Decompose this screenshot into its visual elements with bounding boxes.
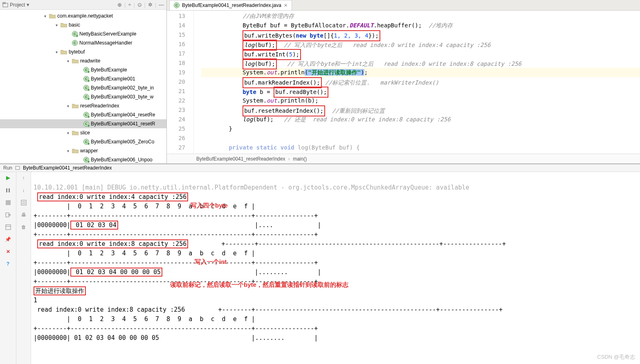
code-line[interactable]: ByteBuf buf = ByteBufAllocator.DEFAULT.h…: [201, 21, 640, 30]
close-button[interactable]: ✕: [0, 246, 16, 258]
gutter-line[interactable]: 16: [167, 40, 185, 49]
gutter-line[interactable]: 14: [167, 21, 185, 30]
code-line[interactable]: log(buf); // 写入四个byte之后 read index:0 wri…: [201, 40, 640, 49]
dropdown-icon[interactable]: ▾: [27, 2, 29, 8]
pin-button[interactable]: 📌: [0, 233, 16, 246]
tree-package[interactable]: ▾bytebuf: [0, 47, 166, 56]
tree-package[interactable]: ▾wrapper: [0, 146, 166, 155]
collapse-icon[interactable]: ÷: [128, 2, 131, 8]
chevron-down-icon[interactable]: ▾: [54, 22, 59, 27]
chevron-down-icon[interactable]: ▾: [43, 13, 47, 18]
chevron-down-icon[interactable]: ▾: [65, 148, 70, 153]
code-line[interactable]: buf.writeInt(5);: [201, 49, 640, 58]
chevron-down-icon[interactable]: ▾: [65, 130, 70, 135]
close-icon[interactable]: ✕: [284, 3, 287, 8]
tree-class[interactable]: CByteBufExample001: [0, 74, 166, 83]
rerun-button[interactable]: [0, 172, 16, 184]
code-body[interactable]: 131415161718192021222324252627 //由JVM来管理…: [167, 11, 640, 154]
tree-label: readwrite: [80, 58, 100, 64]
tree-class[interactable]: CByteBufExample002_byte_in: [0, 83, 166, 92]
class-icon: C: [83, 157, 89, 163]
tree-label: ByteBufExample: [91, 67, 127, 73]
gutter-line[interactable]: 25: [167, 124, 185, 134]
gutter-line[interactable]: 20: [167, 77, 185, 87]
folder-icon: [72, 58, 79, 63]
tree-package[interactable]: ▾com.example.nettypacket: [0, 11, 166, 20]
gear-icon[interactable]: ✲: [148, 2, 153, 8]
code-line[interactable]: buf.writeBytes(new byte[]{1, 2, 3, 4});: [201, 30, 640, 40]
tree-label: wrapper: [80, 148, 98, 154]
tree-package[interactable]: ▾resetReaderIndex: [0, 101, 166, 110]
code-line[interactable]: log(buf); // 写入四个byte和一个int之后 read index…: [201, 58, 640, 68]
code-line[interactable]: [201, 134, 640, 143]
console-line: 开始进行读取操作: [34, 286, 86, 295]
wrap-button[interactable]: [16, 197, 31, 209]
tree-label: ByteBufExample001: [91, 76, 135, 82]
console-line: read index:0 write index:8 capacity :256…: [37, 306, 503, 313]
code-line[interactable]: log(buf); // 还是 read index:0 write index…: [201, 115, 640, 124]
code-lines[interactable]: //由JVM来管理内存 ByteBuf buf = ByteBufAllocat…: [201, 11, 640, 154]
code-line[interactable]: byte b = buf.readByte();: [201, 87, 640, 96]
chevron-down-icon[interactable]: ▾: [65, 58, 70, 63]
tree-label: ByteBufExample005_ZeroCo: [91, 139, 154, 145]
tree-package[interactable]: ▾slice: [0, 128, 166, 137]
run-toolbar-right: ↑ ↓ 🖶 🗑: [16, 172, 31, 364]
code-line[interactable]: System.out.println(b);: [201, 96, 640, 105]
gutter-line[interactable]: 23: [167, 105, 185, 115]
gutter-line[interactable]: 19: [167, 68, 185, 77]
gutter-line[interactable]: 24: [167, 115, 185, 124]
tree-class[interactable]: CByteBufExample004_resetRe: [0, 110, 166, 119]
code-line[interactable]: private static void log(ByteBuf buf) {: [201, 143, 640, 152]
tree-class[interactable]: CByteBufExample: [0, 65, 166, 74]
code-line[interactable]: //由JVM来管理内存: [201, 11, 640, 21]
tree-package[interactable]: ▾basic: [0, 20, 166, 29]
tree-class[interactable]: CNormalMessageHandler: [0, 38, 166, 47]
code-line[interactable]: }: [201, 124, 640, 134]
layout-button[interactable]: [0, 221, 16, 233]
code-line[interactable]: buf.resetReaderIndex(); //重新回到标记位置: [201, 105, 640, 115]
tree-class[interactable]: CByteBufExample005_ZeroCo: [0, 137, 166, 146]
tree-label: ByteBufExample006_Unpoo: [91, 157, 153, 163]
gutter-line[interactable]: 26: [167, 134, 185, 143]
scale-icon[interactable]: ⊕: [117, 2, 122, 8]
gutter-line[interactable]: 15: [167, 30, 185, 40]
gutter-line[interactable]: 18: [167, 58, 185, 68]
tree-class[interactable]: CNettyBasicServerExample: [0, 29, 166, 38]
gutter-line[interactable]: 17: [167, 49, 185, 58]
console-line: read index:0 write index:4 capacity :256: [37, 192, 188, 201]
chevron-down-icon[interactable]: ▾: [65, 103, 70, 108]
target-icon[interactable]: ⊙: [137, 2, 142, 8]
tree-label: slice: [80, 130, 90, 136]
help-button[interactable]: ?: [0, 258, 16, 270]
code-line[interactable]: buf.markReaderIndex(); //标记索引位置. markWri…: [201, 77, 640, 87]
chevron-down-icon[interactable]: ▾: [54, 49, 59, 54]
run-config-name[interactable]: ByteBufExample0041_resetReaderIndex: [23, 165, 112, 171]
trash-button[interactable]: 🗑: [16, 221, 31, 233]
tree-label: bytebuf: [69, 49, 85, 55]
gutter-line[interactable]: 27: [167, 143, 185, 152]
code-line[interactable]: System.out.println("开始进行读取操作");: [201, 68, 640, 77]
gutter-line[interactable]: 22: [167, 96, 185, 105]
print-button[interactable]: 🖶: [16, 209, 31, 221]
breadcrumb-method[interactable]: main(): [293, 156, 307, 162]
up-button[interactable]: ↑: [16, 172, 31, 184]
console-line: 10.10.12.001 [main] DEBUG io.netty.util.…: [34, 184, 469, 191]
svg-rect-2: [16, 166, 20, 170]
hide-icon[interactable]: —: [159, 2, 164, 8]
pause-button[interactable]: [0, 184, 16, 197]
project-tree[interactable]: ▾com.example.nettypacket▾basicCNettyBasi…: [0, 10, 166, 163]
down-button[interactable]: ↓: [16, 184, 31, 197]
tree-package[interactable]: ▾readwrite: [0, 56, 166, 65]
breadcrumb-class[interactable]: ByteBufExample0041_resetReaderIndex: [196, 156, 285, 162]
editor-tab[interactable]: C ByteBufExample0041_resetReaderIndex.ja…: [169, 0, 292, 10]
project-panel: Project ▾ ⊕ | ÷ | ⊙ | ✲ | — ▾com.example…: [0, 0, 167, 163]
exit-button[interactable]: [0, 209, 16, 221]
console[interactable]: 10.10.12.001 [main] DEBUG io.netty.util.…: [31, 172, 640, 364]
stop-button[interactable]: [0, 197, 16, 209]
breadcrumb[interactable]: ByteBufExample0041_resetReaderIndex › ma…: [167, 154, 640, 163]
gutter-line[interactable]: 21: [167, 87, 185, 96]
gutter-line[interactable]: 13: [167, 11, 185, 21]
tree-class[interactable]: CByteBufExample003_byte_w: [0, 92, 166, 101]
tree-class[interactable]: CByteBufExample006_Unpoo: [0, 155, 166, 163]
tree-class[interactable]: CByteBufExample0041_resetR: [0, 119, 166, 128]
